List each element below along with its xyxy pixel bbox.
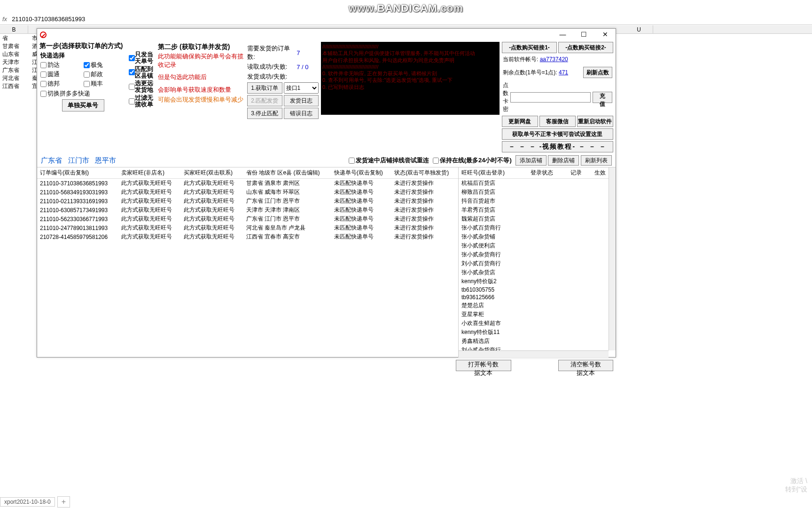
- bandicam-watermark: www.BANDICAM.com: [349, 2, 463, 15]
- opt-today-only[interactable]: 只发当天单号: [129, 51, 156, 65]
- table-row[interactable]: 小欢喜生鲜超市: [459, 319, 616, 328]
- clear-account-file-button[interactable]: 清空帐号数据文本: [558, 360, 614, 371]
- table-row[interactable]: 亚星掌柜: [459, 310, 616, 319]
- table-row[interactable]: 211010-630857173491993此方式获取无旺旺号此方式获取无旺旺号…: [37, 206, 458, 214]
- table-row[interactable]: 211010-568349193031993此方式获取无旺旺号此方式获取无旺旺号…: [37, 188, 458, 197]
- restart-button[interactable]: 重新启动软件: [577, 116, 613, 127]
- window-controls: — ☐ ✕: [552, 29, 616, 40]
- shops-header[interactable]: 旺旺号(双击登录): [459, 167, 528, 179]
- open-account-file-button[interactable]: 打开帐号数据文本: [456, 360, 511, 371]
- step1-options: 只发当天单号 匹配到区县镇 选更远发货地 过滤无揽收单: [129, 42, 156, 152]
- table-row[interactable]: tb936125666: [459, 294, 616, 301]
- service-button[interactable]: 客服微信: [539, 116, 576, 127]
- table-row[interactable]: 杭福后百货店: [459, 179, 616, 188]
- buy-link-2[interactable]: -点数购买链接2-: [558, 42, 613, 53]
- table-row[interactable]: kenny特价版11: [459, 328, 616, 337]
- courier-yuantong[interactable]: 圆通: [40, 70, 83, 79]
- table-row[interactable]: kenny特价版2: [459, 277, 616, 286]
- table-row[interactable]: 勇鑫精选店: [459, 337, 616, 346]
- table-row[interactable]: 柳致昌百货店: [459, 188, 616, 197]
- fx-label: fx: [2, 16, 7, 23]
- table-row[interactable]: 张小贰杂货铺: [459, 232, 616, 241]
- table-row[interactable]: 张小贰便利店: [459, 241, 616, 250]
- card-input[interactable]: [510, 92, 591, 103]
- refresh-list-button[interactable]: 刷新列表: [581, 155, 612, 166]
- table-row[interactable]: 刘小贰百货商行: [459, 259, 616, 268]
- top-section: 第一步(选择获取订单的方式) 快递选择 韵达 极兔 圆通 邮政 德邦 顺丰 切换…: [37, 40, 616, 154]
- orders-header[interactable]: 卖家旺旺(非店名): [118, 167, 181, 179]
- get-orders-button[interactable]: 1.获取订单: [247, 82, 282, 94]
- app-window: — ☐ ✕ 第一步(选择获取订单的方式) 快递选择 韵达 极兔 圆通 邮政 德邦…: [37, 28, 616, 357]
- close-button[interactable]: ✕: [594, 29, 616, 40]
- stop-match-button[interactable]: 3.停止匹配: [247, 108, 282, 119]
- table-row[interactable]: 张小贰杂货商行: [459, 250, 616, 259]
- col-header-u[interactable]: U: [625, 25, 653, 34]
- shops-table[interactable]: 旺旺号(双击登录)登录状态记录生效杭福后百货店柳致昌百货店抖音百货超市羊君秀百货…: [458, 167, 616, 357]
- interface-select[interactable]: 接口1: [284, 82, 319, 94]
- maximize-button[interactable]: ☐: [573, 29, 594, 40]
- sheet-tabs: xport2021-10-18-0 +: [0, 497, 70, 507]
- stuck-help-button[interactable]: 获取单号不正常卡顿可尝试设置这里: [502, 128, 613, 140]
- table-row[interactable]: tb610305755: [459, 286, 616, 294]
- buy-alone-button[interactable]: 单独买单号: [62, 99, 104, 111]
- step1-panel: 第一步(选择获取订单的方式) 快递选择 韵达 极兔 圆通 邮政 德邦 顺丰 切换…: [39, 42, 126, 152]
- buy-link-1[interactable]: -点数购买链接1-: [502, 42, 557, 53]
- titlebar[interactable]: — ☐ ✕: [37, 29, 616, 40]
- chk-keep-online[interactable]: 保持在线(最多24小时不等): [433, 155, 512, 166]
- table-row[interactable]: 张小贰杂货店: [459, 268, 616, 277]
- courier-jitu[interactable]: 极兔: [84, 61, 126, 69]
- table-row[interactable]: 211010-021139331691993此方式获取无旺旺号此方式获取无旺旺号…: [37, 197, 458, 206]
- courier-debang[interactable]: 德邦: [40, 79, 83, 88]
- sheet-tab-active[interactable]: xport2021-10-18-0: [0, 497, 55, 507]
- error-log-button[interactable]: 错误日志: [284, 108, 319, 119]
- app-icon: [40, 32, 47, 38]
- refresh-points-button[interactable]: 刷新点数: [583, 67, 612, 78]
- update-button[interactable]: 更新网盘: [502, 116, 538, 127]
- shops-scroll-h[interactable]: [459, 350, 609, 357]
- points-status: 剩余点数(1单号=1点): 471 刷新点数: [502, 66, 613, 79]
- shops-scroll-v[interactable]: [609, 167, 616, 350]
- table-row[interactable]: 楚楚总店: [459, 301, 616, 310]
- activate-windows: 激活 \转到"设: [785, 477, 807, 494]
- switch-pdd-courier[interactable]: 切换拼多多快递: [40, 89, 125, 98]
- video-tutorial-button[interactable]: － － － -视频教程- － － －: [502, 141, 613, 152]
- table-row[interactable]: 210728-414585979581206此方式获取无旺旺号此方式获取无旺旺号…: [37, 232, 458, 241]
- excel-cells-col1: 省 甘肃省 山东省 天津市 广东省 河北省 江西省: [1, 34, 19, 90]
- orders-header[interactable]: 订单编号(双击复制): [37, 167, 118, 179]
- delete-shop-button[interactable]: 删除店铺: [548, 155, 579, 166]
- stat-read-result: 读取成功/失败: 7 / 0: [247, 63, 319, 71]
- orders-table[interactable]: 订单编号(双击复制)卖家旺旺(非店名)买家旺旺(双击联系)省份 地级市 区e县 …: [37, 167, 458, 357]
- table-row[interactable]: 211010-562330366771993此方式获取无旺旺号此方式获取无旺旺号…: [37, 214, 458, 223]
- table-row[interactable]: 211010-371038636851993此方式获取无旺旺号此方式获取无旺旺号…: [37, 179, 458, 188]
- match-ship-button[interactable]: 2.匹配发货: [247, 95, 282, 106]
- table-row[interactable]: 张小贰百货商行: [459, 223, 616, 232]
- opt-filter-no-pickup[interactable]: 过滤无揽收单: [129, 95, 156, 108]
- table-row[interactable]: 211010-247789013811993此方式获取无旺旺号此方式获取无旺旺号…: [37, 223, 458, 232]
- address-bar: 广东省 江门市 恩平市 发货途中店铺掉线尝试重连 保持在线(最多24小时不等) …: [37, 154, 616, 167]
- ship-log-button[interactable]: 发货日志: [284, 95, 319, 106]
- minimize-button[interactable]: —: [552, 29, 573, 40]
- shops-header[interactable]: 登录状态: [528, 167, 568, 179]
- orders-header[interactable]: 省份 地级市 区e县 (双击编辑): [243, 167, 331, 179]
- orders-header[interactable]: 快递单号(双击复制): [331, 167, 392, 179]
- col-header-b[interactable]: B: [0, 25, 28, 33]
- orders-header[interactable]: 状态(双击可单独发货): [391, 167, 458, 179]
- chk-retry-dropped[interactable]: 发货途中店铺掉线尝试重连: [349, 155, 429, 166]
- courier-youzheng[interactable]: 邮政: [84, 70, 126, 79]
- warn-2: 但是勾选此功能后: [158, 73, 245, 81]
- table-row[interactable]: 羊君秀百货店: [459, 206, 616, 214]
- add-shop-button[interactable]: 添加店铺: [515, 155, 547, 166]
- shops-header[interactable]: 记录: [568, 167, 592, 179]
- add-sheet-icon[interactable]: +: [57, 496, 70, 508]
- table-row[interactable]: 抖音百货超市: [459, 197, 616, 206]
- courier-yunda[interactable]: 韵达: [40, 61, 83, 69]
- courier-grid: 韵达 极兔 圆通 邮政 德邦 顺丰: [40, 61, 125, 88]
- opt-farther-origin[interactable]: 选更远发货地: [129, 80, 156, 94]
- courier-shunfeng[interactable]: 顺丰: [84, 79, 126, 88]
- opt-match-district[interactable]: 匹配到区县镇: [129, 66, 156, 79]
- table-row[interactable]: 魏紫超百货店: [459, 214, 616, 223]
- recharge-button[interactable]: 充值: [593, 92, 612, 103]
- orders-header[interactable]: 买家旺旺(双击联系): [181, 167, 243, 179]
- bottom-buttons: 打开帐号数据文本 清空帐号数据文本: [37, 357, 616, 373]
- warn-1: 此功能能确保购买的单号会有揽收记录: [158, 52, 245, 69]
